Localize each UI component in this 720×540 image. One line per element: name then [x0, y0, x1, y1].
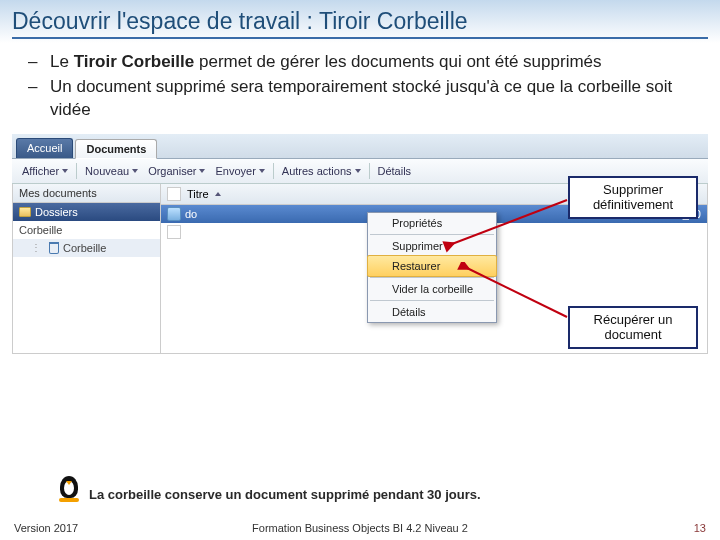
callout-recover-document: Récupérer un document [568, 306, 698, 349]
toolbar-envoyer[interactable]: Envoyer [211, 163, 268, 179]
tab-documents[interactable]: Documents [75, 139, 157, 159]
column-title: Titre [187, 188, 209, 200]
tab-bar: Accueil Documents [12, 134, 708, 159]
footer-note: La corbeille conserve un document suppri… [55, 472, 690, 502]
chevron-down-icon [132, 169, 138, 173]
bullet-item: Le Tiroir Corbeille permet de gérer les … [50, 51, 680, 74]
toolbar-afficher[interactable]: Afficher [18, 163, 72, 179]
nav-header-mydocs[interactable]: Mes documents [13, 184, 160, 203]
note-text: La corbeille conserve un document suppri… [89, 487, 481, 502]
penguin-icon [55, 472, 83, 502]
nav-label: Dossiers [35, 206, 78, 218]
trash-icon [49, 242, 59, 254]
footer-version: Version 2017 [14, 522, 78, 534]
footer-page-number: 13 [694, 522, 706, 534]
toolbar-label: Détails [378, 165, 412, 177]
svg-line-1 [467, 268, 567, 317]
arrow-icon [457, 262, 577, 322]
separator [76, 163, 77, 179]
callout-text: Supprimer [603, 182, 663, 197]
toolbar-label: Autres actions [282, 165, 352, 177]
footer-title: Formation Business Objects BI 4.2 Niveau… [252, 522, 468, 534]
nav-folders-row[interactable]: Dossiers [13, 203, 160, 221]
chevron-down-icon [199, 169, 205, 173]
chevron-down-icon [62, 169, 68, 173]
toolbar-label: Nouveau [85, 165, 129, 177]
bullet-bold: Tiroir Corbeille [74, 52, 195, 71]
toolbar-label: Organiser [148, 165, 196, 177]
callout-delete-permanently: Supprimer définitivement [568, 176, 698, 219]
toolbar-label: Envoyer [215, 165, 255, 177]
tab-home[interactable]: Accueil [16, 138, 73, 158]
toolbar-details[interactable]: Détails [374, 163, 416, 179]
sort-asc-icon [215, 192, 221, 196]
svg-line-0 [452, 200, 567, 244]
toolbar-organiser[interactable]: Organiser [144, 163, 209, 179]
callout-text: document [604, 327, 661, 342]
slide-title: Découvrir l'espace de travail : Tiroir C… [12, 8, 708, 39]
document-icon [167, 207, 181, 221]
doc-name-prefix: do [185, 208, 197, 220]
chevron-down-icon [355, 169, 361, 173]
toolbar-autres-actions[interactable]: Autres actions [278, 163, 365, 179]
bullet-list: Le Tiroir Corbeille permet de gérer les … [0, 43, 720, 134]
nav-label: Corbeille [63, 242, 106, 254]
blank-icon [167, 187, 181, 201]
nav-panel: Mes documents Dossiers Corbeille Corbeil… [13, 184, 161, 353]
separator [273, 163, 274, 179]
toolbar-nouveau[interactable]: Nouveau [81, 163, 142, 179]
callout-text: définitivement [593, 197, 673, 212]
folder-icon [19, 207, 31, 217]
slide-footer: Version 2017 Formation Business Objects … [0, 522, 720, 534]
bullet-item: Un document supprimé sera temporairement… [50, 76, 680, 122]
toolbar-label: Afficher [22, 165, 59, 177]
separator [369, 163, 370, 179]
blank-row-icon [167, 225, 181, 239]
nav-corbeille-group[interactable]: Corbeille [13, 221, 160, 239]
nav-corbeille-selected[interactable]: Corbeille [13, 239, 160, 257]
slide-header: Découvrir l'espace de travail : Tiroir C… [0, 0, 720, 43]
bullet-text: Le [50, 52, 74, 71]
chevron-down-icon [259, 169, 265, 173]
app-screenshot: Accueil Documents Afficher Nouveau Organ… [12, 134, 708, 374]
callout-text: Récupérer un [594, 312, 673, 327]
arrow-icon [442, 196, 582, 256]
bullet-text: permet de gérer les documents qui ont ét… [194, 52, 601, 71]
